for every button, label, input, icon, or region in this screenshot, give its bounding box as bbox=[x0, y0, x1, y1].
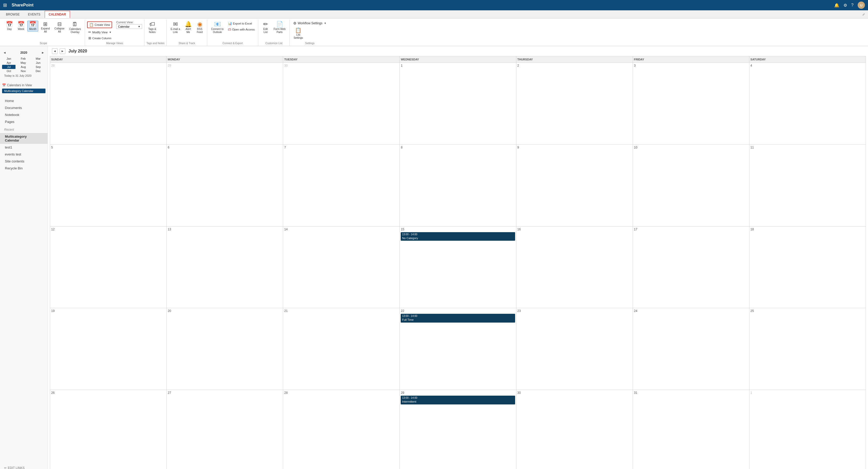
connect-outlook-button[interactable]: 📧 Connect toOutlook bbox=[209, 21, 225, 35]
cal-day[interactable]: 9 bbox=[516, 144, 633, 226]
mini-cal-month-apr[interactable]: Apr bbox=[2, 61, 16, 65]
month-button[interactable]: 📅 Month bbox=[27, 21, 38, 32]
email-link-button[interactable]: ✉ E-mail aLink bbox=[169, 21, 182, 35]
week-button[interactable]: 📅 Week bbox=[16, 21, 26, 32]
cal-day[interactable]: 2913:00 - 14:00Intermittent bbox=[400, 390, 516, 469]
day-button[interactable]: 📅 Day bbox=[4, 21, 15, 32]
sidebar-item-events-test[interactable]: events test bbox=[0, 151, 48, 158]
cal-day[interactable]: 1513:00 - 14:00No Category bbox=[400, 226, 516, 308]
cal-day[interactable]: 7 bbox=[283, 144, 400, 226]
tags-notes-button[interactable]: 🏷 Tags &Notes bbox=[147, 21, 158, 35]
edit-links-button[interactable]: ✏ EDIT LINKS bbox=[0, 464, 48, 469]
sidebar-item-site-contents[interactable]: Site contents bbox=[0, 158, 48, 165]
rss-feed-button[interactable]: ◉ RSSFeed bbox=[194, 21, 205, 35]
mini-cal-month-aug[interactable]: Aug bbox=[16, 65, 31, 69]
sidebar-item-home[interactable]: Home bbox=[0, 97, 48, 104]
cal-day[interactable]: 18 bbox=[749, 226, 866, 308]
export-excel-button[interactable]: 📊 Export to Excel bbox=[226, 21, 256, 26]
mini-cal-month-jul[interactable]: Jul bbox=[2, 65, 16, 69]
create-view-button[interactable]: 📋 Create View bbox=[87, 22, 112, 28]
cal-day[interactable]: 31 bbox=[633, 390, 749, 469]
current-view-dropdown[interactable]: Calendar ▼ bbox=[116, 24, 142, 29]
expand-all-button[interactable]: ⊞ ExpandAll bbox=[39, 21, 52, 34]
cal-day[interactable]: 20 bbox=[167, 308, 283, 390]
sidebar-item-test1[interactable]: test1 bbox=[0, 144, 48, 151]
cal-day[interactable]: 14 bbox=[283, 226, 400, 308]
cal-prev-button[interactable]: ◄ bbox=[52, 48, 58, 54]
tab-events[interactable]: EVENTS bbox=[24, 11, 44, 18]
cal-day[interactable]: 17 bbox=[633, 226, 749, 308]
mini-cal-month-sep[interactable]: Sep bbox=[31, 65, 45, 69]
mini-cal-month-may[interactable]: May bbox=[16, 61, 31, 65]
alert-me-button[interactable]: 🔔 AlertMe bbox=[183, 21, 193, 35]
week-label: Week bbox=[18, 28, 24, 31]
mini-cal-next[interactable]: ► bbox=[40, 50, 45, 55]
mini-cal-month-jun[interactable]: Jun bbox=[31, 61, 45, 65]
cal-day[interactable]: 11 bbox=[749, 144, 866, 226]
cal-event[interactable]: 13:00 - 14:00Intermittent bbox=[401, 396, 515, 404]
cal-event[interactable]: 13:00 - 14:00No Category bbox=[401, 232, 515, 241]
cal-day[interactable]: 26 bbox=[50, 390, 167, 469]
list-settings-button[interactable]: 📋 ListSettings bbox=[292, 27, 305, 40]
ribbon-expand-icon[interactable]: ⤢ bbox=[862, 13, 865, 16]
sidebar-item-multicategory[interactable]: MulticategoryCalendar bbox=[0, 133, 48, 144]
cal-day[interactable]: 5 bbox=[50, 144, 167, 226]
mini-cal-month-feb[interactable]: Feb bbox=[16, 57, 31, 61]
sidebar-item-documents[interactable]: Documents bbox=[0, 104, 48, 111]
waffle-icon[interactable]: ⊞ bbox=[3, 2, 7, 8]
collapse-all-button[interactable]: ⊟ CollapseAll bbox=[53, 21, 66, 34]
settings-icon[interactable]: ⚙ bbox=[843, 3, 847, 8]
cal-day[interactable]: 21 bbox=[283, 308, 400, 390]
cal-day[interactable]: 8 bbox=[400, 144, 516, 226]
multicategory-calendar-tag[interactable]: Multicategory Calendar bbox=[2, 89, 45, 93]
cal-day[interactable]: 3 bbox=[633, 63, 749, 145]
modify-view-button[interactable]: ✏ Modify View ▼ bbox=[87, 29, 113, 35]
cal-day[interactable]: 28 bbox=[283, 390, 400, 469]
open-access-button[interactable]: 🗃 Open with Access bbox=[226, 27, 256, 32]
sidebar-item-notebook[interactable]: Notebook bbox=[0, 111, 48, 118]
cal-day[interactable]: 2 bbox=[516, 63, 633, 145]
cal-day[interactable]: 6 bbox=[167, 144, 283, 226]
cal-day[interactable]: 1 bbox=[400, 63, 516, 145]
cal-day[interactable]: 19 bbox=[50, 308, 167, 390]
cal-day[interactable]: 13 bbox=[167, 226, 283, 308]
form-web-parts-button[interactable]: 📄 Form WebParts bbox=[272, 21, 287, 35]
mini-cal-month-nov[interactable]: Nov bbox=[16, 69, 31, 73]
cal-next-button[interactable]: ► bbox=[60, 48, 65, 54]
mini-cal-month-jan[interactable]: Jan bbox=[2, 57, 16, 61]
week-icon: 📅 bbox=[18, 22, 25, 27]
workflow-settings-button[interactable]: ⚙ Workflow Settings ▼ bbox=[292, 21, 328, 26]
list-settings-icon: 📋 bbox=[295, 28, 302, 33]
cal-day-number: 1 bbox=[401, 64, 515, 67]
cal-day[interactable]: 27 bbox=[167, 390, 283, 469]
cal-day[interactable]: 4 bbox=[749, 63, 866, 145]
mini-cal-month-mar[interactable]: Mar bbox=[31, 57, 45, 61]
create-column-button[interactable]: ⊞ Create Column bbox=[87, 35, 113, 41]
cal-day[interactable]: 30 bbox=[516, 390, 633, 469]
cal-day[interactable]: 1 bbox=[749, 390, 866, 469]
tab-calendar[interactable]: CALENDAR bbox=[45, 11, 70, 18]
mini-cal-prev[interactable]: ◄ bbox=[2, 50, 7, 55]
cal-day[interactable]: 2213:00 - 14:00Full Time bbox=[400, 308, 516, 390]
tab-browse[interactable]: BROWSE bbox=[2, 11, 24, 18]
sidebar-item-recycle-bin[interactable]: Recycle Bin bbox=[0, 165, 48, 172]
mini-cal-month-dec[interactable]: Dec bbox=[31, 69, 45, 73]
cal-day[interactable]: 25 bbox=[749, 308, 866, 390]
edit-list-button[interactable]: ✏ EditList bbox=[260, 21, 271, 35]
cal-day[interactable]: 16 bbox=[516, 226, 633, 308]
cal-event[interactable]: 13:00 - 14:00Full Time bbox=[401, 314, 515, 322]
notification-icon[interactable]: 🔔 bbox=[834, 3, 839, 8]
cal-day[interactable]: 23 bbox=[516, 308, 633, 390]
cal-day[interactable]: 29 bbox=[167, 63, 283, 145]
cal-day[interactable]: 28 bbox=[50, 63, 167, 145]
calendars-overlay-button[interactable]: 🗓 CalendarsOverlay bbox=[67, 21, 83, 35]
avatar[interactable]: U bbox=[858, 2, 865, 9]
help-icon[interactable]: ? bbox=[851, 3, 854, 7]
mini-cal-month-oct[interactable]: Oct bbox=[2, 69, 16, 73]
cal-day[interactable]: 10 bbox=[633, 144, 749, 226]
cal-header-sunday: SUNDAY bbox=[50, 56, 167, 63]
cal-day[interactable]: 12 bbox=[50, 226, 167, 308]
cal-day[interactable]: 24 bbox=[633, 308, 749, 390]
cal-day[interactable]: 30 bbox=[283, 63, 400, 145]
sidebar-item-pages[interactable]: Pages bbox=[0, 118, 48, 125]
